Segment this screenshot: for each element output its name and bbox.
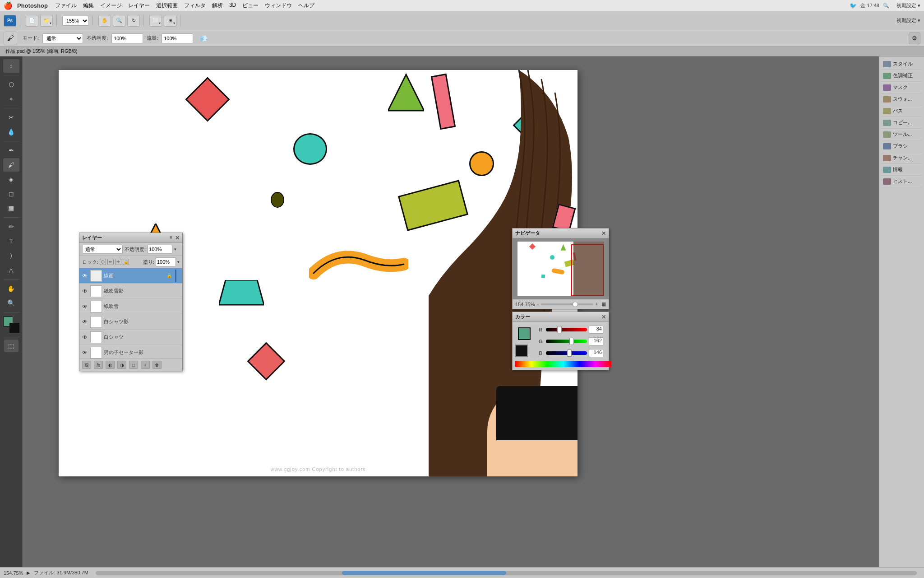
- rp-item-channel[interactable]: チャン...: [881, 152, 922, 164]
- zoom-select[interactable]: 155%: [62, 16, 89, 26]
- horizontal-scroll-thumb[interactable]: [342, 571, 506, 575]
- menu-filter[interactable]: フィルタ: [184, 2, 206, 9]
- navigator-zoom-slider[interactable]: [541, 303, 593, 305]
- layer-eye-5[interactable]: 👁: [81, 349, 88, 356]
- document-tab[interactable]: 作品.psd @ 155% (線画, RGB/8): [0, 47, 924, 56]
- tool-lasso[interactable]: ⌖: [3, 92, 19, 106]
- layer-group-btn[interactable]: □: [129, 361, 138, 369]
- folder-btn[interactable]: 📁▾: [40, 15, 53, 27]
- layers-opacity-arrow[interactable]: ▾: [174, 247, 176, 252]
- tool-text[interactable]: T: [3, 234, 19, 248]
- layer-item-2[interactable]: 👁 紙吹雪: [79, 299, 182, 314]
- ps-logo-btn[interactable]: Ps: [4, 15, 16, 27]
- lock-all-btn[interactable]: 🔒: [123, 259, 129, 265]
- menu-edit[interactable]: 編集: [83, 2, 94, 9]
- layers-opacity-input[interactable]: [148, 245, 172, 254]
- layer-delete-btn[interactable]: 🗑: [152, 361, 162, 369]
- rp-item-mask[interactable]: マスク: [881, 82, 922, 93]
- color-panel-titlebar[interactable]: カラー ✕: [513, 312, 609, 322]
- red-value-input[interactable]: 84: [589, 326, 603, 334]
- settings-icon[interactable]: ⚙: [909, 33, 920, 44]
- tool-eyedropper[interactable]: 💧: [3, 125, 19, 139]
- green-value-input[interactable]: 162: [589, 337, 603, 345]
- menu-analyze[interactable]: 解析: [212, 2, 223, 9]
- menu-file[interactable]: ファイル: [55, 2, 77, 9]
- flow-input[interactable]: [162, 33, 193, 43]
- zoom-tool-btn[interactable]: 🔍: [113, 15, 125, 27]
- color-spectrum-bar[interactable]: [515, 361, 611, 367]
- tool-eraser[interactable]: ◻: [3, 187, 19, 200]
- layer-item-4[interactable]: 👁 白シャツ: [79, 330, 182, 345]
- layer-item-0[interactable]: 👁 線画 🔒: [79, 268, 182, 284]
- tool-shape[interactable]: △: [3, 263, 19, 277]
- color-swatches[interactable]: [3, 317, 19, 333]
- search-icon[interactable]: 🔍: [883, 3, 889, 9]
- navigator-close-btn[interactable]: ✕: [601, 230, 606, 237]
- rp-item-copy[interactable]: コピー...: [881, 117, 922, 129]
- layer-eye-4[interactable]: 👁: [81, 334, 88, 341]
- menu-layer[interactable]: レイヤー: [128, 2, 150, 9]
- blue-value-input[interactable]: 146: [589, 349, 603, 357]
- layer-new-btn[interactable]: +: [141, 361, 150, 369]
- tool-quickmask[interactable]: ⬚: [4, 340, 18, 352]
- lock-position-btn[interactable]: ✛: [115, 259, 121, 265]
- workspace-label[interactable]: 初期設定 ▾: [896, 17, 920, 24]
- layer-eye-1[interactable]: 👁: [81, 288, 88, 295]
- nav-zoom-out-icon[interactable]: −: [536, 302, 539, 307]
- tool-pen[interactable]: ✏: [3, 220, 19, 233]
- tool-move[interactable]: ↕: [3, 59, 19, 73]
- tool-zoom[interactable]: 🔍: [3, 296, 19, 310]
- arrange-btn[interactable]: ⬜▾: [149, 15, 162, 27]
- layers-blend-mode-select[interactable]: 通常: [82, 245, 123, 254]
- menu-image[interactable]: イメージ: [100, 2, 122, 9]
- layer-item-5[interactable]: 👁 男の子セーター影: [79, 345, 182, 359]
- color-panel-close-btn[interactable]: ✕: [601, 314, 606, 320]
- layers-panel-titlebar[interactable]: レイヤー ≡ ✕: [79, 233, 182, 243]
- blend-mode-select[interactable]: 通常: [42, 33, 83, 43]
- rotate-tool-btn[interactable]: ↻: [127, 15, 140, 27]
- layer-adjustment-btn[interactable]: ◑: [117, 361, 126, 369]
- lock-image-btn[interactable]: ✏: [107, 259, 114, 265]
- layers-panel-options-btn[interactable]: ≡: [170, 235, 172, 241]
- navigator-preview[interactable]: [513, 238, 609, 299]
- tool-heal[interactable]: ✒: [3, 144, 19, 157]
- layers-panel-close-btn[interactable]: ✕: [175, 235, 180, 241]
- tool-hand[interactable]: ✋: [3, 282, 19, 295]
- layer-link-btn[interactable]: ⛓: [82, 361, 91, 369]
- arrange2-btn[interactable]: ⊞▾: [164, 15, 176, 27]
- tool-marquee[interactable]: ⬡: [3, 78, 19, 91]
- layer-item-3[interactable]: 👁 白シャツ影: [79, 314, 182, 330]
- layer-eye-3[interactable]: 👁: [81, 318, 88, 326]
- tool-crop[interactable]: ✂: [3, 111, 19, 124]
- layer-item-1[interactable]: 👁 紙吹雪影: [79, 284, 182, 299]
- blue-slider-thumb[interactable]: [567, 350, 572, 357]
- tool-path-select[interactable]: ⟩: [3, 249, 19, 262]
- rp-item-histogram[interactable]: ヒスト...: [881, 176, 922, 187]
- rp-item-info[interactable]: 情報: [881, 164, 922, 176]
- menu-select[interactable]: 選択範囲: [156, 2, 178, 9]
- menu-view[interactable]: ビュー: [242, 2, 259, 9]
- lock-transparent-btn[interactable]: ⬡: [100, 259, 106, 265]
- brush-picker-btn[interactable]: 🖌: [4, 32, 17, 45]
- opacity-input[interactable]: [111, 33, 143, 43]
- nav-zoom-in-icon[interactable]: +: [595, 302, 598, 307]
- rp-item-swatch[interactable]: スウォ...: [881, 93, 922, 105]
- rp-item-path[interactable]: パス: [881, 105, 922, 117]
- menu-window[interactable]: ウィンドウ: [265, 2, 292, 9]
- tool-clone[interactable]: ◈: [3, 172, 19, 186]
- tool-gradient[interactable]: ▦: [3, 201, 19, 215]
- rp-item-tool[interactable]: ツール...: [881, 129, 922, 140]
- fill-input[interactable]: [156, 257, 176, 266]
- foreground-swatch[interactable]: [518, 327, 531, 340]
- hand-tool-btn[interactable]: ✋: [98, 15, 111, 27]
- rp-item-brush[interactable]: ブラシ: [881, 140, 922, 152]
- airbrush-icon[interactable]: 💨: [199, 33, 208, 43]
- fill-arrow[interactable]: ▾: [177, 260, 180, 264]
- rp-item-adjustment[interactable]: 色調補正: [881, 70, 922, 82]
- navigator-titlebar[interactable]: ナビゲータ ✕: [513, 228, 609, 238]
- background-swatch[interactable]: [515, 345, 528, 357]
- red-slider-thumb[interactable]: [557, 326, 562, 333]
- green-slider-thumb[interactable]: [569, 338, 574, 345]
- layer-eye-0[interactable]: 👁: [81, 272, 88, 280]
- layer-fx-btn[interactable]: fx: [94, 361, 103, 369]
